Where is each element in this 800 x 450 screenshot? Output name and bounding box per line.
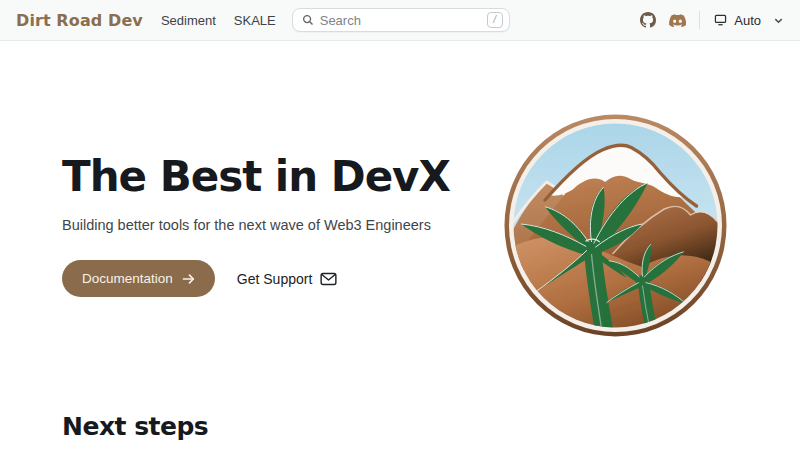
mail-icon — [320, 272, 337, 286]
laptop-icon — [713, 13, 728, 27]
brand-logo-text[interactable]: Dirt Road Dev — [16, 11, 143, 30]
hero-copy: The Best in DevX Building better tools f… — [62, 113, 450, 297]
theme-label: Auto — [734, 13, 761, 28]
get-support-link[interactable]: Get Support — [237, 271, 338, 287]
site-header: Dirt Road Dev Sediment SKALE / — [0, 0, 800, 41]
search-input[interactable] — [320, 13, 481, 28]
cta-row: Documentation Get Support — [62, 260, 450, 297]
magnifier-icon — [302, 14, 314, 26]
page-title: The Best in DevX — [62, 153, 450, 201]
documentation-button[interactable]: Documentation — [62, 260, 215, 297]
slash-shortcut-key: / — [487, 12, 503, 28]
discord-icon[interactable] — [669, 14, 686, 27]
header-actions: Auto — [640, 11, 784, 29]
hero-section: The Best in DevX Building better tools f… — [0, 113, 800, 338]
site-logo-illustration — [503, 113, 728, 338]
search-box[interactable]: / — [292, 8, 510, 32]
arrow-right-icon — [182, 273, 195, 285]
hero-subtitle: Building better tools for the next wave … — [62, 215, 450, 236]
get-support-label: Get Support — [237, 271, 313, 287]
header-divider — [699, 11, 700, 29]
theme-switcher[interactable]: Auto — [713, 13, 784, 28]
nav-item-sediment[interactable]: Sediment — [161, 13, 216, 28]
nav-item-skale[interactable]: SKALE — [234, 13, 276, 28]
github-icon[interactable] — [640, 12, 656, 28]
next-steps-heading: Next steps — [62, 412, 800, 441]
chevron-down-icon — [773, 15, 784, 26]
documentation-button-label: Documentation — [82, 271, 173, 286]
main-nav: Sediment SKALE — [161, 13, 276, 28]
